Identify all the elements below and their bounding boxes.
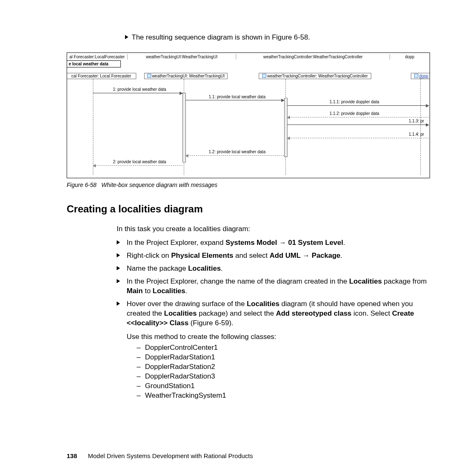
step-2: Right-click on Physical Elements and sel… <box>117 251 429 261</box>
msg-1-1-4 <box>287 138 429 138</box>
lifeline-label-3: weatherTrackingController: WeatherTracki… <box>259 73 371 79</box>
footer-title: Model Driven Systems Development with Ra… <box>88 452 253 459</box>
figure-sequence-diagram: al Forecaster:LocalForecaster weatherTra… <box>67 52 430 178</box>
lifeline-icon <box>147 74 151 78</box>
arrow-right-icon <box>426 123 429 127</box>
activation-bar-3 <box>284 98 288 157</box>
intro-text: The resulting sequence diagram is shown … <box>132 33 310 41</box>
activation-bar-2 <box>182 93 186 162</box>
figure-caption: Figure 6-58 White-box sequence diagram w… <box>67 182 429 188</box>
arrow-right-icon <box>281 99 285 102</box>
lifeline-icon <box>262 74 266 78</box>
list-item: DopplerRadarStation3 <box>137 372 429 381</box>
msg-1-1-4-label: 1.1.4: pr <box>409 132 424 137</box>
task-intro: In this task you create a localities dia… <box>117 225 429 233</box>
figure-header-row: al Forecaster:LocalForecaster weatherTra… <box>67 53 430 60</box>
step-3: Name the package Localities. <box>117 264 429 274</box>
arrow-left-icon <box>287 116 290 119</box>
lifeline-4 <box>420 79 421 175</box>
lifeline-label-1: cal Forecaster: Local Forecaster <box>67 73 136 79</box>
figure-subheader: e local weather data <box>67 60 121 67</box>
step-5-sub-intro: Use this method to create the following … <box>127 332 429 342</box>
step-list: In the Project Explorer, expand Systems … <box>117 238 429 401</box>
header-cell-4: dopp <box>390 54 430 60</box>
msg-1-1-2-label: 1.1.2: provide doppler data <box>330 111 379 116</box>
header-cell-3: weatherTrackingController:WeatherTrackin… <box>236 54 390 60</box>
msg-1-2 <box>185 155 284 156</box>
arrow-left-icon <box>287 137 290 140</box>
caption-text: White-box sequence diagram with messages <box>101 182 218 188</box>
list-item: GroundStation1 <box>137 381 429 391</box>
lifeline-label-4: dopp <box>411 73 430 79</box>
list-item: DopplerControlCenter1 <box>137 343 429 353</box>
lifeline-icon <box>414 74 418 78</box>
arrow-right-icon <box>180 92 183 95</box>
step-4: In the Project Explorer, change the name… <box>117 277 429 296</box>
msg-1-1-1-label: 1.1.1: provide doppler data <box>330 100 379 104</box>
msg-1 <box>93 93 182 93</box>
msg-2-label: 2: provide local weather data <box>113 159 166 164</box>
msg-1-1-label: 1.1: provide local weather data <box>209 95 265 99</box>
arrow-right-icon <box>426 104 429 107</box>
page-footer: 138Model Driven Systems Development with… <box>67 452 253 459</box>
list-item: DopplerRadarStation2 <box>137 362 429 372</box>
step-1: In the Project Explorer, expand Systems … <box>117 238 429 248</box>
list-item: WeatherTrackingSystem1 <box>137 391 429 401</box>
page-number: 138 <box>67 452 77 459</box>
section-heading: Creating a localities diagram <box>67 203 429 215</box>
lifeline-1 <box>93 79 93 175</box>
msg-1-1-1 <box>287 105 429 106</box>
triangle-bullet-icon <box>125 35 128 39</box>
caption-label: Figure 6-58 <box>67 182 97 188</box>
msg-1-1-3-label: 1.1.3: pr <box>409 119 424 123</box>
lifeline-label-2: weatherTrackingUI: WeatherTrackingUI <box>144 73 228 79</box>
step-5: Hover over the drawing surface of the Lo… <box>117 299 429 401</box>
header-cell-2: weatherTrackingUI:WeatherTrackingUI <box>128 54 236 60</box>
msg-1-1-3 <box>287 125 429 125</box>
class-list: DopplerControlCenter1 DopplerRadarStatio… <box>137 343 429 401</box>
header-cell-1: al Forecaster:LocalForecaster <box>67 54 128 60</box>
arrow-left-icon <box>92 164 96 167</box>
document-page: The resulting sequence diagram is shown … <box>0 0 450 476</box>
intro-bullet: The resulting sequence diagram is shown … <box>125 33 429 42</box>
msg-1-1-2 <box>287 117 429 117</box>
msg-1-1 <box>185 100 284 100</box>
body-text: In this task you create a localities dia… <box>117 225 429 401</box>
arrow-left-icon <box>185 154 188 157</box>
msg-1-2-label: 1.2: provide local weather data <box>209 150 265 154</box>
msg-2 <box>93 165 182 166</box>
msg-1-label: 1: provide local weather data <box>113 87 166 92</box>
list-item: DopplerRadarStation1 <box>137 353 429 362</box>
